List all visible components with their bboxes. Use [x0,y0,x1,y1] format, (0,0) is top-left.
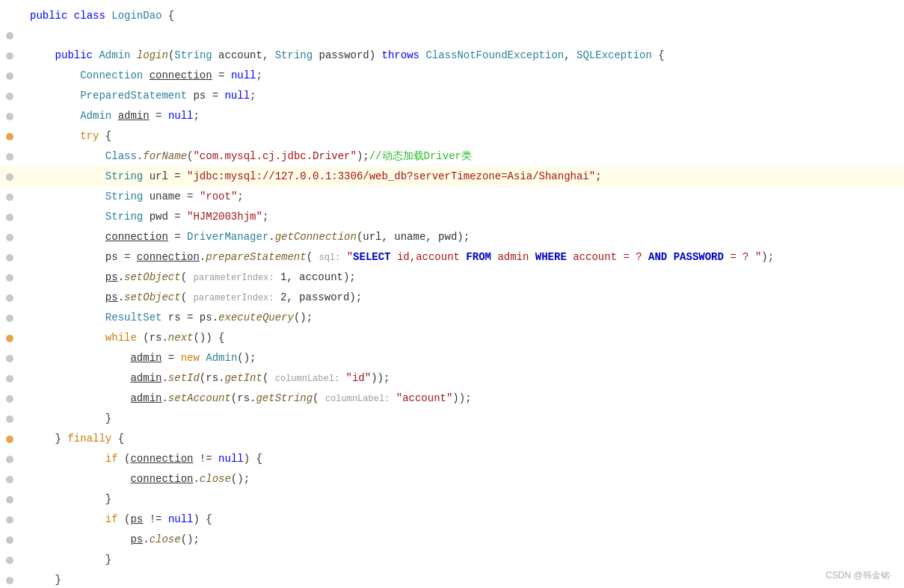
code-line: admin = new Admin(); [0,348,904,368]
line-content: try { [24,126,904,146]
code-line: ResultSet rs = ps.executeQuery(); [0,308,904,328]
line-content: } [24,489,904,509]
line-gutter [0,147,24,167]
line-gutter [0,66,24,86]
line-gutter [0,389,24,409]
code-line: } [0,550,904,570]
line-gutter [0,288,24,308]
line-gutter [0,470,24,489]
code-line: Connection connection = null; [0,66,904,86]
code-line: } [0,570,904,588]
code-line: Class.forName("com.mysql.cj.jdbc.Driver"… [0,146,904,167]
line-content: if (ps != null) { [24,510,904,529]
line-content: while (rs.next()) { [24,328,904,347]
line-gutter [0,107,24,126]
line-content: } [24,409,904,428]
code-container: public class LoginDao { public Admin log… [0,0,904,588]
code-line: String pwd = "HJM2003hjm"; [0,207,904,227]
code-line [0,25,904,46]
code-line: if (connection != null) { [0,449,904,469]
line-content: admin = new Admin(); [24,348,904,368]
line-gutter [0,409,24,429]
line-content: connection.close(); [24,469,904,489]
line-content: String url = "jdbc:mysql://127.0.0.1:330… [24,167,904,186]
line-gutter [0,369,24,389]
line-gutter [0,530,24,550]
line-content: ps = connection.prepareStatement( sql: "… [24,247,904,267]
code-line: Admin admin = null; [0,106,904,126]
code-line: PreparedStatement ps = null; [0,86,904,106]
code-line: ps.setObject( parameterIndex: 1, account… [0,267,904,288]
line-content: ps.setObject( parameterIndex: 2, passwor… [24,288,904,308]
line-content: ResultSet rs = ps.executeQuery(); [24,308,904,327]
code-line-highlighted: String url = "jdbc:mysql://127.0.0.1:330… [0,167,904,187]
code-line: String uname = "root"; [0,187,904,207]
line-gutter [0,208,24,227]
code-block: public class LoginDao { public Admin log… [0,0,904,588]
code-line: public class LoginDao { [0,6,904,25]
line-content: public Admin login(String account, Strin… [24,46,904,65]
code-line: if (ps != null) { [0,510,904,530]
line-gutter [0,450,24,469]
watermark: CSDN @韩金铭· [825,569,892,582]
line-content: } [24,550,904,569]
line-content: admin.setAccount(rs.getString( columnLab… [24,389,904,409]
line-content: if (connection != null) { [24,449,904,468]
line-gutter [0,228,24,247]
line-gutter [0,167,24,187]
line-content [24,25,904,45]
code-line: try { [0,126,904,146]
code-line: } finally { [0,429,904,449]
line-gutter [0,349,24,368]
line-gutter [0,551,24,570]
code-line: connection = DriverManager.getConnection… [0,227,904,247]
line-gutter [0,329,24,348]
code-line: } [0,409,904,429]
line-content: public class LoginDao { [24,6,904,25]
line-gutter [0,309,24,328]
line-content: Class.forName("com.mysql.cj.jdbc.Driver"… [24,146,904,166]
code-line: while (rs.next()) { [0,328,904,348]
line-content: admin.setId(rs.getInt( columnLabel: "id"… [24,368,904,389]
code-line: ps = connection.prepareStatement( sql: "… [0,247,904,267]
line-gutter [0,188,24,207]
line-content: String uname = "root"; [24,187,904,206]
line-content: } [24,570,904,588]
line-gutter [0,87,24,106]
line-gutter [0,571,24,588]
line-content: Connection connection = null; [24,66,904,85]
line-gutter [0,46,24,66]
line-gutter [0,510,24,530]
line-content: PreparedStatement ps = null; [24,86,904,105]
line-content: ps.setObject( parameterIndex: 1, account… [24,267,904,288]
code-line: admin.setId(rs.getInt( columnLabel: "id"… [0,368,904,389]
code-line: ps.setObject( parameterIndex: 2, passwor… [0,288,904,308]
line-content: Admin admin = null; [24,106,904,126]
line-content: String pwd = "HJM2003hjm"; [24,207,904,226]
line-gutter [0,248,24,267]
code-line: connection.close(); [0,469,904,489]
code-line: public Admin login(String account, Strin… [0,46,904,66]
line-content: } finally { [24,429,904,448]
code-line: ps.close(); [0,530,904,550]
line-gutter [0,268,24,288]
code-line: admin.setAccount(rs.getString( columnLab… [0,389,904,409]
line-gutter [0,430,24,449]
line-content: ps.close(); [24,530,904,549]
line-gutter [0,26,24,46]
line-gutter [0,490,24,510]
line-content: connection = DriverManager.getConnection… [24,227,904,247]
line-gutter [0,127,24,146]
code-line: } [0,489,904,510]
